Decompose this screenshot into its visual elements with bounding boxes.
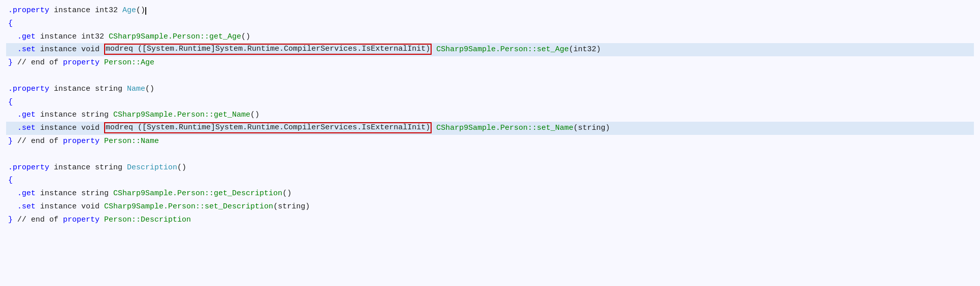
method-name: CSharp9Sample.Person::get_Age [109,32,241,41]
code-line: { [6,96,974,109]
keyword: } [8,58,17,67]
keyword: } [8,137,17,146]
property-name: Description [127,163,177,172]
code-block: .property instance int32 Age(){ .get ins… [0,4,980,227]
comment-keyword: property [63,137,100,146]
keyword: { [8,19,13,28]
method-name: CSharp9Sample.Person::set_Age [436,45,569,54]
comment-keyword: property [63,58,100,67]
code-line: .property instance int32 Age() [6,4,974,17]
code-line [6,69,974,83]
code-text: (string) [273,202,310,211]
keyword: .set [17,45,36,54]
keyword: { [8,176,13,185]
code-text [8,124,17,132]
comment-keyword: property [63,216,100,224]
code-text: (int32) [569,45,601,54]
keyword: .property [8,85,54,93]
code-line: .get instance int32 CSharp9Sample.Person… [6,30,974,44]
code-text: () [241,32,250,41]
method-name: Person::Name [104,137,159,146]
code-line: .set instance void CSharp9Sample.Person:… [6,200,974,213]
code-text [8,202,17,211]
code-text: () [136,6,145,15]
method-name: CSharp9Sample.Person::set_Name [436,124,573,132]
code-text: instance string [36,189,113,198]
code-text: instance void [36,124,104,132]
property-name: Name [127,85,145,93]
code-line: { [6,174,974,187]
code-line: { [6,17,974,30]
code-text: () [282,189,291,198]
modreq-highlight-box: modreq ([System.Runtime]System.Runtime.C… [104,122,432,133]
comment-text [100,58,104,67]
comment-text [100,216,104,224]
keyword: } [8,216,17,224]
text-cursor [145,7,146,15]
comment-text: // end of [17,216,63,224]
property-name: Age [122,6,136,15]
code-text: instance void [36,202,104,211]
code-text [432,45,436,54]
modreq-highlight-box: modreq ([System.Runtime]System.Runtime.C… [104,44,432,55]
code-text [8,32,17,41]
code-text: (string) [573,124,610,132]
code-line: } // end of property Person::Name [6,135,974,148]
method-name: Person::Description [104,216,191,224]
keyword: .get [17,32,36,41]
code-text [8,189,17,198]
keyword: .get [17,189,36,198]
method-name: CSharp9Sample.Person::set_Description [104,202,273,211]
method-name: CSharp9Sample.Person::get_Name [113,111,250,119]
code-text: instance string [54,163,127,172]
keyword: .property [8,6,54,15]
comment-text: // end of [17,58,63,67]
method-name: CSharp9Sample.Person::get_Description [113,189,282,198]
keyword: .get [17,111,36,119]
code-text [432,124,436,132]
keyword: { [8,98,13,106]
code-text [8,111,17,119]
code-text: () [250,111,259,119]
code-text [8,45,17,54]
code-line: .property instance string Name() [6,83,974,96]
keyword: .set [17,124,36,132]
comment-text [100,137,104,146]
keyword: .set [17,202,36,211]
code-line: .set instance void modreq ([System.Runti… [6,122,974,135]
code-line [6,148,974,161]
code-text: instance string [36,111,113,119]
code-text: instance int32 [54,6,122,15]
code-text: () [145,85,154,93]
code-line: .property instance string Description() [6,161,974,174]
code-text: instance string [54,85,127,93]
method-name: Person::Age [104,58,154,67]
code-line: .get instance string CSharp9Sample.Perso… [6,109,974,122]
code-line: } // end of property Person::Age [6,56,974,69]
keyword: .property [8,163,54,172]
code-line: } // end of property Person::Description [6,213,974,227]
code-text: instance void [36,45,104,54]
comment-text: // end of [17,137,63,146]
code-line: .set instance void modreq ([System.Runti… [6,43,974,56]
code-line: .get instance string CSharp9Sample.Perso… [6,187,974,200]
code-text: () [177,163,186,172]
code-text: instance int32 [36,32,109,41]
